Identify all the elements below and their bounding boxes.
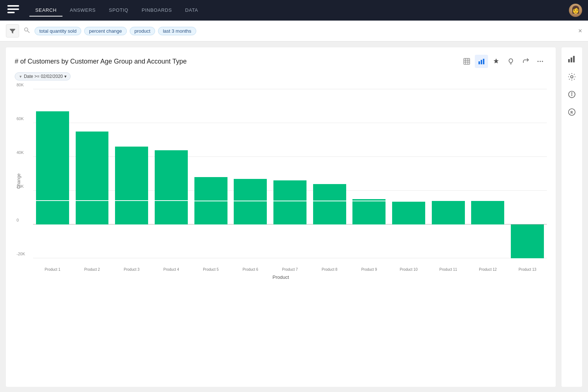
filter-funnel-icon: ▼ bbox=[19, 75, 22, 79]
y-tick-label: 0 bbox=[17, 218, 19, 222]
nav-spotiq[interactable]: SPOTIQ bbox=[103, 4, 134, 17]
x-axis-label: Product 12 bbox=[469, 260, 508, 273]
pin-button[interactable] bbox=[490, 55, 503, 68]
bar-col[interactable] bbox=[310, 89, 349, 258]
bar-segment-top bbox=[76, 132, 109, 200]
svg-point-23 bbox=[571, 93, 572, 93]
main-layout: # of Customers by Customer Age Group and… bbox=[0, 42, 588, 392]
bar-segment-top bbox=[155, 150, 188, 201]
bar-chart-view-button[interactable] bbox=[475, 55, 488, 68]
nav-answers[interactable]: ANSWERS bbox=[64, 4, 101, 17]
x-axis-label: Product 9 bbox=[350, 260, 389, 273]
bar-segment-top bbox=[115, 147, 148, 200]
svg-rect-11 bbox=[481, 60, 482, 64]
bar-col[interactable] bbox=[389, 89, 428, 258]
chart-toolbar bbox=[460, 55, 547, 68]
search-tag-months[interactable]: last 3 months bbox=[158, 27, 196, 35]
search-tag-product[interactable]: product bbox=[130, 27, 155, 35]
app-logo[interactable] bbox=[6, 3, 21, 18]
x-axis-label: Product 11 bbox=[429, 260, 468, 273]
panel-bar-chart-icon[interactable] bbox=[564, 52, 579, 66]
x-axis-label: Product 4 bbox=[152, 260, 191, 273]
bar-segment-bottom bbox=[76, 201, 109, 224]
x-axis-title: Product bbox=[15, 274, 547, 280]
filter-chip-label: Date >= 02/02/2020 bbox=[24, 74, 63, 79]
y-tick-label: 60K bbox=[17, 116, 24, 121]
right-panel: R bbox=[562, 47, 582, 387]
search-tag-quantity[interactable]: total quantity sold bbox=[35, 27, 81, 35]
panel-info-icon[interactable] bbox=[564, 87, 579, 102]
y-tick-label: 20K bbox=[17, 184, 24, 188]
bar-col[interactable] bbox=[231, 89, 270, 258]
svg-text:R: R bbox=[570, 110, 573, 114]
search-bar: total quantity sold percent change produ… bbox=[0, 21, 588, 42]
search-close-button[interactable]: × bbox=[578, 27, 582, 35]
bar-segment-bottom bbox=[352, 201, 386, 224]
bar-col[interactable] bbox=[73, 89, 112, 258]
svg-rect-10 bbox=[478, 61, 480, 64]
bar-segment-top bbox=[432, 201, 465, 224]
lightbulb-button[interactable] bbox=[504, 55, 517, 68]
svg-point-15 bbox=[540, 61, 541, 62]
bar-chart: Change 80K60K40K20K0-20K Product 1Produc… bbox=[15, 89, 547, 273]
y-tick-label: -20K bbox=[17, 252, 25, 256]
more-options-button[interactable] bbox=[534, 55, 547, 68]
svg-point-16 bbox=[542, 61, 543, 62]
bar-segment-top bbox=[313, 184, 346, 201]
svg-rect-5 bbox=[464, 58, 470, 64]
bar-segment-negative bbox=[511, 224, 544, 258]
search-tag-percent[interactable]: percent change bbox=[84, 27, 127, 35]
nav-links: SEARCH ANSWERS SPOTIQ PINBOARDS DATA bbox=[29, 4, 560, 17]
table-view-button[interactable] bbox=[460, 55, 473, 68]
svg-rect-0 bbox=[7, 5, 19, 7]
bar-col[interactable] bbox=[350, 89, 389, 258]
bar-col[interactable] bbox=[270, 89, 309, 258]
bar-segment-top bbox=[36, 111, 69, 200]
bar-col[interactable] bbox=[112, 89, 151, 258]
nav-data[interactable]: DATA bbox=[179, 4, 204, 17]
x-axis-labels: Product 1Product 2Product 3Product 4Prod… bbox=[33, 260, 547, 273]
chart-title: # of Customers by Customer Age Group and… bbox=[15, 58, 187, 65]
bars-row bbox=[33, 89, 547, 258]
x-axis-label: Product 1 bbox=[33, 260, 72, 273]
svg-rect-12 bbox=[483, 59, 484, 64]
search-icon bbox=[24, 27, 30, 35]
avatar[interactable]: 👩 bbox=[569, 4, 582, 17]
x-axis-label: Product 10 bbox=[389, 260, 428, 273]
bar-segment-bottom bbox=[234, 201, 267, 224]
svg-point-3 bbox=[25, 28, 28, 31]
bar-segment-bottom bbox=[273, 201, 306, 224]
bar-col[interactable] bbox=[152, 89, 191, 258]
svg-rect-19 bbox=[573, 56, 574, 62]
svg-point-20 bbox=[571, 76, 573, 78]
bar-segment-bottom bbox=[36, 201, 69, 224]
filter-button[interactable] bbox=[6, 24, 19, 37]
bar-col[interactable] bbox=[191, 89, 230, 258]
chart-panel: # of Customers by Customer Age Group and… bbox=[6, 47, 556, 387]
svg-point-14 bbox=[538, 61, 539, 62]
share-button[interactable] bbox=[519, 55, 532, 68]
nav-pinboards[interactable]: PINBOARDS bbox=[136, 4, 178, 17]
bar-col[interactable] bbox=[469, 89, 508, 258]
filter-chip[interactable]: ▼ Date >= 02/02/2020 ▾ bbox=[15, 72, 71, 80]
bar-col[interactable] bbox=[429, 89, 468, 258]
panel-settings-icon[interactable] bbox=[564, 69, 579, 84]
bar-segment-bottom bbox=[115, 201, 148, 224]
x-axis-label: Product 8 bbox=[310, 260, 349, 273]
svg-line-4 bbox=[28, 30, 29, 32]
svg-rect-17 bbox=[568, 59, 570, 62]
bar-col[interactable] bbox=[33, 89, 72, 258]
nav-search[interactable]: SEARCH bbox=[29, 4, 62, 17]
bar-segment-top bbox=[234, 179, 267, 201]
bar-segment-bottom bbox=[155, 201, 188, 224]
panel-r-icon[interactable]: R bbox=[564, 105, 579, 119]
bar-col[interactable] bbox=[508, 89, 547, 258]
y-tick-label: 80K bbox=[17, 83, 24, 87]
x-axis-label: Product 3 bbox=[112, 260, 151, 273]
svg-rect-2 bbox=[7, 12, 15, 13]
bar-segment-top bbox=[471, 201, 504, 224]
bar-segment-bottom bbox=[194, 201, 227, 224]
svg-rect-18 bbox=[571, 58, 572, 62]
svg-rect-1 bbox=[7, 8, 19, 10]
y-tick-label: 40K bbox=[17, 150, 24, 155]
